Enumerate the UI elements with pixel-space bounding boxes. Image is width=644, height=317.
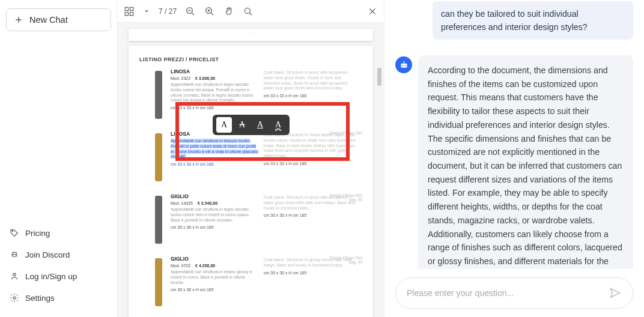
page-counter: 7 / 27: [159, 7, 177, 16]
svg-point-3: [13, 273, 16, 276]
gear-icon: [10, 293, 19, 303]
sidebar-item-settings[interactable]: Settings: [6, 287, 111, 309]
annotate-squiggly-button[interactable]: A: [270, 117, 286, 133]
svg-point-0: [12, 231, 13, 231]
product-name: LINOSA: [171, 68, 259, 74]
product-image: [155, 71, 162, 119]
svg-rect-6: [130, 7, 133, 10]
svg-point-1: [13, 254, 14, 255]
chevron-down-icon[interactable]: [143, 6, 150, 17]
plus-icon: [14, 15, 23, 25]
sidebar-item-discord[interactable]: Join Discord: [6, 244, 111, 265]
svg-point-4: [13, 297, 16, 299]
svg-point-13: [402, 65, 403, 66]
viewer-toolbar: 7 / 27: [118, 0, 384, 23]
sidebar: New Chat Pricing Join Discord Log in/Sig…: [0, 0, 118, 317]
product-image: [155, 133, 162, 181]
search-icon[interactable]: [243, 6, 254, 17]
discord-icon: [10, 250, 19, 259]
new-chat-label: New Chat: [29, 15, 68, 25]
product-row-highlighted: LINOSA Appendiabiti con struttura in tes…: [139, 131, 362, 181]
sidebar-item-label: Join Discord: [25, 250, 70, 259]
user-icon: [10, 271, 19, 281]
bot-message: According to the document, the dimension…: [418, 55, 633, 269]
annotate-strike-button[interactable]: A: [234, 117, 250, 133]
chat-input-placeholder: Please enter your question...: [407, 288, 609, 298]
svg-point-11: [245, 8, 250, 13]
svg-rect-12: [401, 63, 407, 67]
scrollbar-thumb[interactable]: [377, 68, 381, 86]
document-viewer: 7 / 27 — LISTINO PREZZI / PRICELIST LINO…: [118, 0, 384, 317]
text-selection-toolbar: A A A A: [213, 115, 290, 135]
document-page: LISTINO PREZZI / PRICELIST LINOSA Mod. 2…: [129, 46, 373, 317]
zoom-out-icon[interactable]: [185, 6, 196, 17]
previous-page-sliver: —: [129, 29, 373, 41]
send-icon[interactable]: [609, 286, 622, 300]
svg-point-2: [15, 254, 16, 255]
document-scroll-area[interactable]: — LISTINO PREZZI / PRICELIST LINOSA Mod.…: [118, 23, 384, 317]
bot-avatar: [395, 56, 412, 73]
product-image: [155, 196, 162, 244]
annotate-highlight-button[interactable]: A: [216, 117, 232, 133]
zoom-in-icon[interactable]: [204, 6, 215, 17]
chat-panel: can they be tailored to suit individual …: [384, 0, 644, 317]
close-icon[interactable]: [367, 6, 378, 17]
product-row: GIGLIO Mod. 14325€ 3.540,00 Appendiabiti…: [139, 193, 362, 244]
product-row: LINOSA Mod. 2322€ 3.000,00 Appendiabiti …: [139, 68, 362, 119]
thumbnails-icon[interactable]: [124, 6, 135, 17]
new-chat-button[interactable]: New Chat: [6, 8, 111, 31]
svg-point-14: [404, 65, 406, 66]
sidebar-item-pricing[interactable]: Pricing: [6, 222, 111, 244]
chat-scroll-area[interactable]: can they be tailored to suit individual …: [395, 0, 633, 269]
svg-rect-8: [130, 12, 133, 15]
chat-input[interactable]: Please enter your question...: [395, 277, 633, 309]
hand-pan-icon[interactable]: [223, 6, 234, 17]
user-message: can they be tailored to suit individual …: [433, 1, 633, 40]
product-row: GIGLIO Mod. 4722€ 4.200,00 Appendiabiti …: [139, 256, 362, 306]
robot-icon: [399, 60, 409, 70]
page-header: LISTINO PREZZI / PRICELIST: [139, 56, 362, 62]
sidebar-item-label: Settings: [25, 294, 55, 303]
product-image: [155, 258, 162, 306]
sidebar-item-label: Log in/Sign up: [25, 272, 77, 281]
annotate-underline-button[interactable]: A: [252, 117, 268, 133]
sidebar-item-label: Pricing: [25, 229, 50, 238]
svg-point-15: [403, 61, 404, 62]
svg-rect-7: [125, 12, 128, 15]
svg-rect-5: [125, 7, 128, 10]
sidebar-item-login[interactable]: Log in/Sign up: [6, 265, 111, 287]
tag-icon: [10, 228, 19, 238]
